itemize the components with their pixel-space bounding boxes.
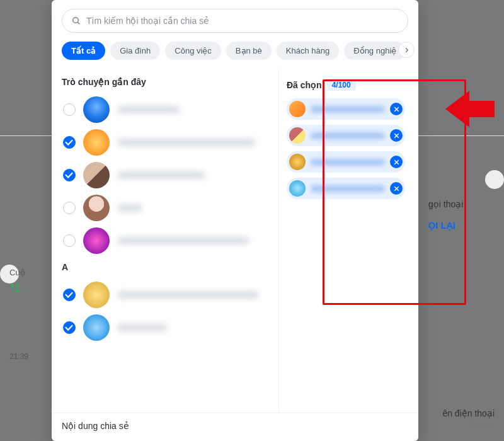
chevron-right-icon — [403, 47, 410, 54]
chip-name — [311, 106, 385, 113]
tab-customers[interactable]: Khách hàng — [277, 42, 339, 60]
bg-bottom-msg: ên điện thoại — [442, 408, 495, 418]
bg-bottom-seen: Đã xem — [442, 421, 495, 430]
bg-callback-button[interactable]: ỌI LẠI — [428, 220, 504, 231]
avatar — [83, 282, 110, 308]
bg-time: 21:39 — [9, 352, 28, 361]
chip-name — [311, 132, 385, 139]
close-icon — [393, 132, 400, 139]
selected-chip — [287, 98, 405, 120]
bg-call-text: gọi thoại — [428, 199, 504, 209]
checkbox[interactable] — [63, 202, 76, 214]
item-name — [117, 236, 249, 245]
close-icon — [393, 185, 400, 192]
search-field[interactable] — [62, 9, 408, 33]
avatar — [83, 314, 110, 341]
svg-point-0 — [73, 18, 79, 23]
close-icon — [393, 106, 400, 113]
bg-right-panel: gọi thoại ỌI LẠI — [428, 164, 504, 237]
search-input[interactable] — [86, 16, 399, 26]
avatar — [83, 96, 110, 123]
list-item[interactable] — [62, 126, 272, 159]
search-icon — [71, 16, 81, 26]
section-recent: Trò chuyện gần đây — [62, 77, 272, 87]
selected-label: Đã chọn — [287, 80, 322, 90]
close-icon — [393, 159, 400, 166]
chip-avatar — [289, 101, 306, 117]
conversation-list[interactable]: Trò chuyện gần đây — [52, 69, 278, 413]
share-content-label: Nội dung chia sẻ — [52, 413, 418, 441]
selected-chip — [287, 151, 405, 173]
avatar — [83, 129, 110, 156]
filter-tabs: Tất cả Gia đình Công việc Bạn bè Khách h… — [52, 39, 418, 69]
svg-line-1 — [77, 22, 79, 24]
tab-all[interactable]: Tất cả — [62, 42, 105, 60]
section-letter-a: A — [62, 262, 272, 272]
list-item[interactable] — [62, 192, 272, 224]
checkbox[interactable] — [63, 289, 76, 301]
chip-remove[interactable] — [390, 182, 403, 195]
selected-chip — [287, 178, 405, 199]
tab-work[interactable]: Công việc — [165, 42, 221, 60]
checkbox[interactable] — [63, 321, 76, 334]
chip-avatar — [289, 154, 306, 170]
tab-friends[interactable]: Bạn bè — [226, 42, 272, 60]
checkbox[interactable] — [63, 136, 76, 149]
chip-remove[interactable] — [390, 156, 403, 168]
avatar — [83, 162, 110, 188]
chip-avatar — [289, 127, 306, 144]
tab-family[interactable]: Gia đình — [110, 42, 160, 60]
tab-colleagues[interactable]: Đồng nghiệ — [344, 42, 406, 60]
avatar — [83, 195, 110, 221]
chip-avatar — [289, 180, 306, 197]
chip-remove[interactable] — [390, 129, 403, 142]
bg-call-avatar — [485, 170, 504, 189]
highlight-arrow — [445, 88, 495, 130]
list-item[interactable] — [62, 93, 272, 126]
item-name — [117, 105, 180, 114]
selected-chip — [287, 125, 405, 146]
item-name — [117, 171, 205, 180]
checkbox[interactable] — [63, 103, 76, 116]
avatar — [83, 227, 110, 254]
list-item[interactable] — [62, 159, 272, 192]
chip-name — [311, 185, 385, 192]
item-name — [117, 203, 142, 212]
item-name — [117, 138, 256, 147]
list-item[interactable] — [62, 224, 272, 257]
bg-bottom-right: ên điện thoại Đã xem — [442, 408, 495, 430]
list-item[interactable] — [62, 278, 272, 311]
chip-remove[interactable] — [390, 103, 403, 115]
checkbox[interactable] — [63, 234, 76, 247]
bg-convo-label: Cuộ — [9, 268, 28, 277]
checkbox[interactable] — [63, 169, 76, 181]
list-item[interactable] — [62, 311, 272, 344]
phone-incoming-icon — [9, 282, 21, 294]
item-name — [117, 290, 259, 299]
chip-name — [311, 159, 385, 166]
selected-count: 4/100 — [327, 79, 356, 91]
item-name — [117, 323, 168, 332]
share-dialog: Tất cả Gia đình Công việc Bạn bè Khách h… — [52, 0, 418, 441]
selected-panel: Đã chọn 4/100 — [278, 69, 418, 413]
bg-left-panel: Cuộ 21:39 — [9, 268, 28, 361]
tabs-scroll-right[interactable] — [398, 42, 415, 58]
